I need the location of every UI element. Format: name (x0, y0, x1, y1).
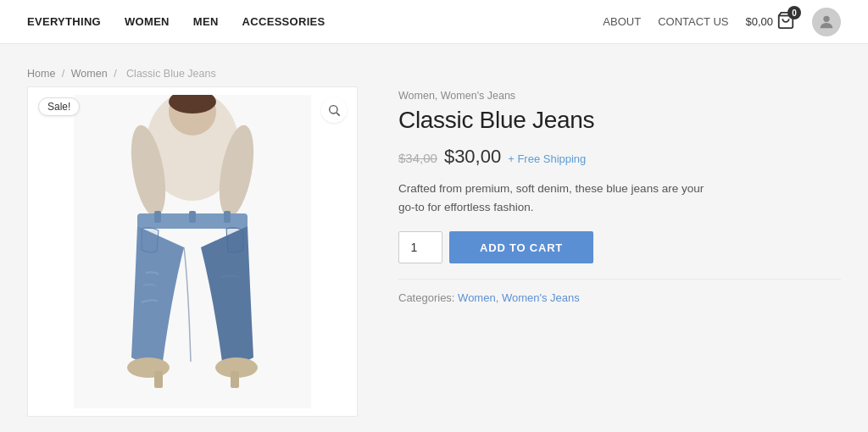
sale-badge: Sale! (38, 97, 80, 116)
original-price: $34,00 (398, 151, 437, 165)
svg-point-1 (823, 15, 829, 21)
zoom-button[interactable] (321, 97, 347, 123)
nav-women[interactable]: WOMEN (125, 15, 170, 28)
about-link[interactable]: ABOUT (603, 15, 641, 28)
avatar-icon (817, 13, 836, 31)
cart-icon-wrap[interactable]: 0 (776, 11, 795, 32)
cart-badge: 0 (787, 6, 801, 19)
product-categories-footer: Categories: Women, Women's Jeans (398, 291, 841, 304)
cart-area[interactable]: $0,00 0 (745, 11, 795, 32)
user-avatar[interactable] (812, 8, 841, 36)
product-image-container: Sale! (27, 86, 358, 417)
product-title: Classic Blue Jeans (398, 107, 841, 134)
svg-rect-11 (189, 211, 196, 223)
product-info: Women, Women's Jeans Classic Blue Jeans … (398, 86, 841, 304)
free-shipping-label: + Free Shipping (508, 152, 586, 165)
breadcrumb-sep2: / (114, 68, 116, 80)
product-image (74, 95, 311, 408)
nav-accessories[interactable]: ACCESSORIES (242, 15, 326, 28)
breadcrumb-home[interactable]: Home (27, 68, 55, 80)
quantity-input[interactable] (398, 231, 442, 263)
categories-label: Categories: (398, 291, 454, 304)
current-price: $30,00 (444, 146, 501, 168)
svg-line-3 (337, 113, 340, 116)
breadcrumb-sep1: / (62, 68, 64, 80)
contact-link[interactable]: CONTACT US (658, 15, 728, 28)
header-right: ABOUT CONTACT US $0,00 0 (603, 8, 841, 36)
breadcrumb: Home / Women / Classic Blue Jeans (27, 68, 841, 80)
svg-rect-10 (224, 211, 231, 223)
nav-men[interactable]: MEN (193, 15, 219, 28)
svg-rect-9 (154, 211, 161, 223)
svg-rect-17 (231, 371, 239, 388)
category-women-link[interactable]: Women (458, 291, 496, 304)
breadcrumb-current: Classic Blue Jeans (126, 68, 216, 80)
category-womens-jeans-link[interactable]: Women's Jeans (502, 291, 580, 304)
add-to-cart-button[interactable]: ADD TO CART (449, 231, 593, 263)
zoom-icon (327, 103, 341, 117)
product-layout: Sale! (27, 86, 841, 417)
svg-rect-14 (154, 371, 163, 388)
product-description: Crafted from premium, soft denim, these … (398, 180, 721, 216)
nav-everything[interactable]: EVERYTHING (27, 15, 101, 28)
main-nav: EVERYTHING WOMEN MEN ACCESSORIES (27, 15, 326, 28)
site-header: EVERYTHING WOMEN MEN ACCESSORIES ABOUT C… (0, 0, 868, 44)
cart-price: $0,00 (745, 15, 773, 28)
divider (398, 279, 841, 280)
breadcrumb-women[interactable]: Women (71, 68, 108, 80)
main-content: Home / Women / Classic Blue Jeans Sale! (0, 44, 868, 432)
svg-point-2 (330, 106, 337, 114)
product-categories-header: Women, Women's Jeans (398, 90, 841, 102)
price-row: $34,00 $30,00 + Free Shipping (398, 146, 841, 168)
add-to-cart-row: ADD TO CART (398, 231, 841, 263)
